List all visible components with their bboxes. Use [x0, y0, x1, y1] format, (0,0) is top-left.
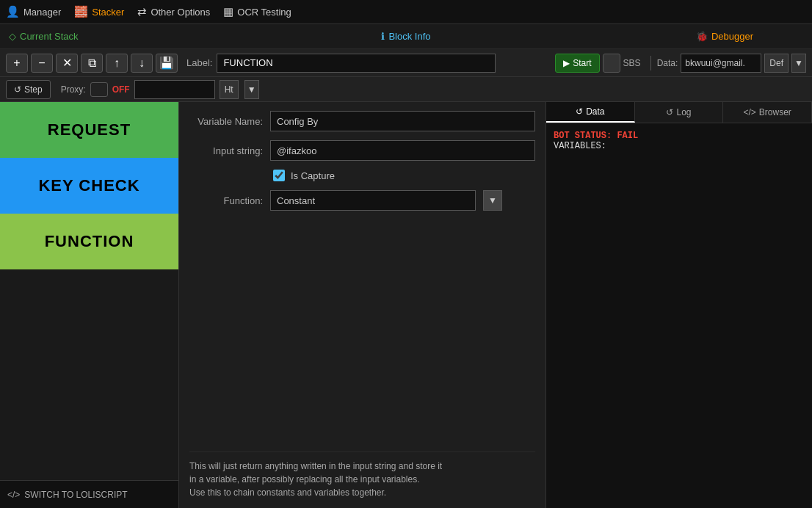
menu-stacker-label: Stacker	[92, 7, 124, 18]
menu-item-ocr-testing[interactable]: ▦ OCR Testing	[223, 5, 291, 18]
request-block-button[interactable]: REQUEST	[0, 102, 178, 158]
other-options-icon: ⇄	[137, 5, 147, 18]
tab-data[interactable]: ↺ Data	[546, 102, 635, 123]
start-button[interactable]: ▶ Start	[555, 54, 599, 73]
sbs-label: SBS	[623, 58, 641, 68]
right-panel: ↺ Data ↺ Log </> Browser BOT STATUS: FAI…	[546, 102, 812, 508]
variables-line: VARIABLES:	[554, 141, 805, 151]
menu-item-stacker[interactable]: 🧱 Stacker	[74, 5, 124, 18]
proxy-chevron-button[interactable]: ▼	[244, 80, 259, 99]
debug-controls: ▶ Start SBS Data: Def ▼	[555, 54, 806, 73]
second-bar: ◇ Current Stack ℹ Block Info 🐞 Debugger	[0, 24, 812, 49]
switch-loliscript-button[interactable]: </> SWITCH TO LOLISCRIPT	[0, 480, 178, 508]
step-button[interactable]: ↺ Step	[6, 80, 51, 99]
up-button[interactable]: ↑	[106, 54, 128, 73]
close-button[interactable]: ✕	[56, 54, 78, 73]
input-string-input[interactable]	[270, 140, 535, 161]
variable-name-input[interactable]	[270, 111, 535, 131]
function-chevron[interactable]: ▼	[483, 190, 502, 211]
data-chevron-button[interactable]: ▼	[791, 54, 806, 73]
data-tab-label: Data	[586, 106, 604, 117]
proxy-label: Proxy:	[61, 84, 86, 95]
is-capture-label: Is Capture	[291, 170, 335, 181]
label-input[interactable]	[217, 54, 496, 73]
tab-log[interactable]: ↺ Log	[635, 102, 724, 123]
proxy-toggle[interactable]	[90, 82, 108, 97]
variable-name-row: Variable Name:	[189, 111, 535, 131]
ht-button[interactable]: Ht	[220, 80, 239, 99]
ocr-icon: ▦	[223, 5, 233, 18]
tab-browser[interactable]: </> Browser	[723, 102, 812, 123]
add-button[interactable]: +	[6, 54, 28, 73]
key-check-block-button[interactable]: KEY CHECK	[0, 158, 178, 214]
function-select[interactable]: Constant Variable Random Trim GetLength …	[270, 190, 476, 211]
debug-output: BOT STATUS: FAIL VARIABLES:	[546, 123, 812, 508]
save-button[interactable]: 💾	[156, 54, 178, 73]
middle-panel: Variable Name: Input string: Is Capture …	[179, 102, 546, 508]
log-tab-label: Log	[676, 107, 691, 117]
stacker-icon: 🧱	[74, 5, 88, 18]
variable-name-label: Variable Name:	[189, 116, 263, 127]
debugger-label: 🐞 Debugger	[696, 31, 753, 42]
play-icon: ▶	[563, 58, 570, 68]
switch-loliscript-label: SWITCH TO LOLISCRIPT	[24, 490, 127, 500]
code-icon: </>	[7, 490, 20, 500]
input-string-row: Input string:	[189, 140, 535, 161]
input-string-label: Input string:	[189, 145, 263, 156]
step-icon: ↺	[14, 84, 21, 95]
menu-other-options-label: Other Options	[151, 7, 210, 18]
browser-tab-icon: </>	[743, 107, 755, 117]
proxy-input[interactable]	[134, 80, 215, 99]
toolbar: + − ✕ ⧉ ↑ ↓ 💾 Label: ▶ Start SBS Data: D…	[0, 49, 812, 77]
menu-manager-label: Manager	[23, 7, 61, 18]
log-tab-icon: ↺	[666, 107, 673, 117]
is-capture-checkbox[interactable]	[273, 170, 285, 181]
function-block-button[interactable]: FUNCTION	[0, 214, 178, 269]
description-area: This will just return anything written i…	[189, 451, 535, 499]
block-info: ℹ Block Info	[381, 31, 430, 42]
current-stack-label: Current Stack	[20, 31, 78, 42]
browser-tab-label: Browser	[759, 107, 791, 117]
step-label: Step	[24, 84, 43, 95]
data-tab-icon: ↺	[576, 106, 583, 117]
start-label: Start	[573, 58, 591, 68]
minus-button[interactable]: −	[31, 54, 53, 73]
copy-button[interactable]: ⧉	[81, 54, 103, 73]
main-content: REQUEST KEY CHECK FUNCTION </> SWITCH TO…	[0, 102, 812, 508]
is-capture-row: Is Capture	[273, 170, 535, 181]
proxy-off-label: OFF	[112, 84, 130, 95]
block-info-label: Block Info	[388, 31, 430, 42]
stack-icon: ◇	[9, 31, 16, 42]
debugger-text: Debugger	[711, 31, 753, 42]
status-line: BOT STATUS: FAIL	[554, 131, 805, 141]
debugger-icon: 🐞	[696, 31, 708, 42]
function-row: Function: Constant Variable Random Trim …	[189, 190, 535, 211]
menu-ocr-label: OCR Testing	[237, 7, 291, 18]
right-tabs: ↺ Data ↺ Log </> Browser	[546, 102, 812, 123]
left-panel: REQUEST KEY CHECK FUNCTION </> SWITCH TO…	[0, 102, 179, 508]
menu-item-manager[interactable]: 👤 Manager	[6, 5, 61, 18]
label-text: Label:	[186, 57, 212, 68]
data-label: Data:	[657, 58, 678, 68]
function-label: Function:	[189, 195, 263, 206]
sbs-toggle[interactable]	[603, 54, 620, 73]
data-input[interactable]	[681, 54, 761, 73]
current-stack-button[interactable]: ◇ Current Stack	[9, 31, 78, 42]
step-bar: ↺ Step Proxy: OFF Ht ▼	[0, 77, 812, 102]
label-group: Label:	[186, 54, 496, 73]
manager-icon: 👤	[6, 5, 20, 18]
description-text: This will just return anything written i…	[189, 461, 442, 498]
menu-item-other-options[interactable]: ⇄ Other Options	[137, 5, 210, 18]
info-icon: ℹ	[381, 31, 385, 42]
def-button[interactable]: Def	[764, 54, 789, 73]
menu-bar: 👤 Manager 🧱 Stacker ⇄ Other Options ▦ OC…	[0, 0, 812, 24]
down-button[interactable]: ↓	[131, 54, 153, 73]
